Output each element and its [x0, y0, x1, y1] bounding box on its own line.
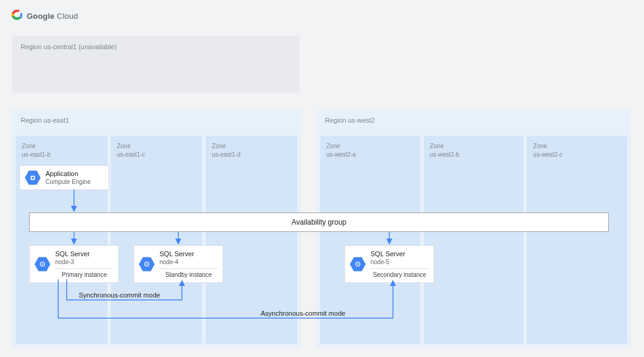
header: Google Cloud	[0, 0, 644, 28]
brand-text: Google Cloud	[27, 12, 78, 21]
sql-node-5-card: SQL Server node-5 Secondary instance	[344, 245, 434, 283]
card-subtitle: Compute Engine	[45, 178, 104, 186]
availability-group-bar: Availability group	[29, 212, 609, 232]
region-label: Region us-west2	[317, 117, 631, 124]
card-title: SQL Server	[159, 250, 218, 258]
card-subtitle: node-4	[159, 258, 218, 266]
card-title: SQL Server	[371, 250, 429, 258]
sql-server-icon	[35, 256, 50, 272]
zone-us-east1-b: Zoneus-east1-b Application Compute Engin…	[16, 136, 107, 344]
sql-server-icon	[139, 256, 155, 272]
availability-group-label: Availability group	[292, 218, 347, 226]
application-card: Application Compute Engine	[19, 165, 109, 190]
sql-node-3-card: SQL Server node-3 Primary instance	[29, 245, 119, 283]
svg-point-5	[146, 264, 147, 265]
zones-row: Zoneus-east1-b Application Compute Engin…	[12, 136, 301, 344]
card-title: Application	[45, 169, 104, 178]
region-us-central1-unavailable: Region us-central1 (unavailable)	[12, 36, 300, 93]
svg-point-7	[357, 264, 358, 265]
region-label: Region us-east1	[12, 117, 301, 124]
zone-us-west2-c: Zoneus-west2-c	[527, 136, 627, 344]
card-role: Primary instance	[55, 268, 113, 279]
region-label: Region us-central1 (unavailable)	[21, 43, 116, 50]
async-commit-label: Asynchronous-commit mode	[261, 310, 345, 317]
sql-server-icon	[350, 256, 366, 272]
sync-commit-label: Synchronous-commit mode	[79, 291, 160, 299]
card-subtitle: node-3	[55, 258, 113, 266]
svg-rect-1	[32, 177, 34, 179]
svg-point-3	[42, 264, 43, 265]
card-title: SQL Server	[55, 250, 113, 258]
compute-engine-icon	[25, 170, 41, 186]
sql-node-4-card: SQL Server node-4 Standby instance	[133, 245, 223, 283]
zones-row: Zoneus-west2-a Zoneus-west2-b Zoneus-wes…	[317, 136, 631, 344]
google-cloud-logo-icon	[11, 8, 23, 23]
zone-us-east1-c: Zoneus-east1-c	[111, 136, 203, 344]
card-role: Secondary instance	[371, 268, 429, 279]
card-subtitle: node-5	[371, 258, 429, 266]
card-role: Standby instance	[159, 268, 218, 279]
zone-us-west2-b: Zoneus-west2-b	[424, 136, 524, 344]
